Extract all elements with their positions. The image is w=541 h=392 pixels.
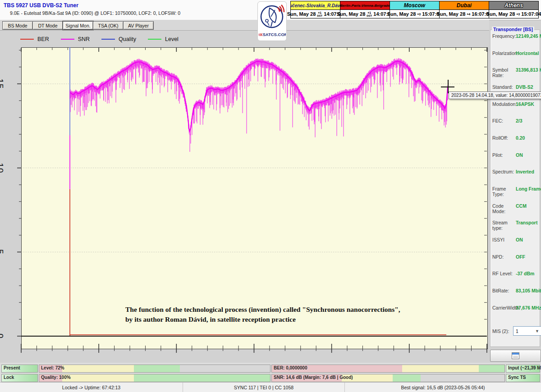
transponder-row-value: ON (516, 237, 523, 244)
transponder-row-value: 83,105 Mbit/s (516, 288, 541, 295)
snr-bar-label: SNR: 14,6 dB (Margin: 7,6 dB | Good) (274, 375, 353, 380)
transponder-row: Modulation:16APSK (492, 101, 538, 108)
show-window-button[interactable] (490, 350, 541, 362)
sync-bar-label: Sync TS (508, 375, 526, 380)
tab-signal-mon-[interactable]: Signal Mon. (63, 21, 93, 30)
app-title: TBS 5927 USB DVB-S2 Tuner (4, 2, 78, 9)
transponder-row-value: Transport (516, 220, 537, 227)
transponder-row: Code Mode:CCM (492, 203, 538, 210)
transponder-row-label: Pilot: (492, 152, 516, 159)
quality-legend-line (101, 39, 115, 40)
satellite-subtitle: 9.0E - Eutelsat 9B/Ka-Sat 9A (ID: 0090) … (10, 10, 180, 16)
clock: Berlin-Paris-Vienna-BelgradeSun, May 28+… (340, 1, 390, 19)
ber-bar: BER: 0,0000000 (271, 365, 505, 373)
annotation-line1: The function of the technological proces… (125, 305, 400, 315)
tab-dt-mode[interactable]: DT Mode (32, 21, 63, 30)
chart-annotation: The function of the technological proces… (125, 305, 400, 324)
snr-legend-line (61, 39, 74, 40)
world-clocks: Lučenec-Slovakia_R.DávidSun, May 28+1DST… (291, 1, 539, 19)
transponder-row: Symbol Rate:31396,813 KS/s (492, 67, 538, 74)
snr-legend-label: SNR (78, 36, 90, 42)
clock: AthensSun, May 28+315:07:04 (489, 1, 539, 19)
transponder-row: Frame Type:Long Frame (492, 186, 538, 193)
transponder-row-value: ON (516, 152, 523, 159)
ber-legend-line (20, 39, 34, 40)
transponder-row-label: BitRate: (492, 288, 516, 295)
mis-select[interactable]: 1 ▼ (513, 326, 541, 336)
transponder-row-label: Polarization: (492, 50, 516, 57)
transponder-row-label: Stream type: (492, 220, 516, 227)
transponder-row-label: Frame Type: (492, 186, 516, 193)
transponder-row: BitRate:83,105 Mbit/s (492, 288, 538, 295)
clock: MoscowSun, May 28+315:07:04 (390, 1, 440, 19)
clock-city-label: Lučenec-Slovakia_R.Dávid (290, 1, 340, 10)
clock-time: Sun, May 28+1DST14:07:04 (340, 10, 390, 18)
clock: DubaiSun, May 28+416:07:04 (439, 1, 489, 19)
level-legend-label: Level (165, 36, 179, 42)
y-axis-tick-label: 15 (0, 78, 5, 89)
transponder-row: NPD:OFF (492, 254, 538, 261)
transponder-row-label: Standard: (492, 84, 516, 91)
transponder-row-label: RF Level: (492, 271, 516, 278)
quality-bar-label: Quality: 100% (41, 375, 71, 380)
input-bar-label: Input (~21,39 Mbps) (508, 365, 541, 370)
clock: Lučenec-Slovakia_R.DávidSun, May 28+1DST… (290, 1, 340, 19)
transponder-row-label: Symbol Rate: (492, 67, 516, 74)
transponder-row: RF Level:-37 dBm (492, 271, 538, 278)
transponder-row-value: -37 dBm (516, 271, 534, 278)
transponder-row-label: CarrierWidth: (492, 305, 516, 312)
level-bar-label: Level: 72% (41, 365, 64, 370)
transponder-row: Standard:DVB-S2 (492, 84, 538, 91)
status-bar: Locked -> Uptime: 67:42:13 SYNC 117 | TE… (0, 382, 541, 392)
transponder-row-label: RollOff: (492, 135, 516, 142)
transponder-row-value: 37,676 MHz (516, 305, 541, 312)
y-axis-tick-label: 5 (0, 250, 5, 255)
svg-text:DXSATCS.COM: DXSATCS.COM (259, 32, 286, 37)
mis-label: MIS (2): (492, 328, 513, 334)
clock-time: Sun, May 28+416:07:04 (439, 10, 489, 18)
transponder-row-value: Inverted (516, 169, 534, 176)
value-tooltip: 2023-05-28 14.04.18, value: 14,800000190… (449, 91, 541, 99)
tab-av-player[interactable]: AV Player (123, 21, 154, 30)
transponder-row-value: Horizontal (516, 50, 539, 57)
transponder-row-value: Long Frame (516, 186, 541, 193)
dxsatcs-logo: DXSATCS.COM (257, 1, 287, 41)
transponder-row-value: 0.20 (516, 135, 525, 142)
transponder-row: Polarization:Horizontal (492, 50, 538, 57)
transponder-row: FEC:2/3 (492, 118, 538, 125)
transponder-row-value: 12149,245 MHz (516, 33, 541, 40)
transponder-row-label: Code Mode: (492, 203, 516, 210)
satellite-dish-icon: DXSATCS.COM (259, 2, 286, 40)
sync-bar: Sync TS (506, 374, 540, 382)
clock-time: Sun, May 28+1DST14:07:04 (290, 10, 340, 18)
transponder-row-label: ISSYI (492, 237, 516, 244)
lock-bar: Lock (1, 374, 38, 382)
signal-chart-plot-area[interactable] (21, 47, 488, 349)
snr-bar: SNR: 14,6 dB (Margin: 7,6 dB | Good) (271, 374, 505, 382)
statusbar-lock-uptime: Locked -> Uptime: 67:42:13 (0, 383, 183, 392)
statusbar-best-signal: Best signal: 16,5 dB (2023-05-26 05:44) (345, 383, 541, 392)
chart-legend: BERSNRQualityLevel (20, 36, 190, 43)
clock-time: Sun, May 28+315:07:04 (390, 10, 440, 18)
clock-city-label: Athens (489, 1, 539, 10)
transponder-row-label: Spectrum: (492, 169, 516, 176)
transponder-row-label: FEC: (492, 118, 516, 125)
transponder-title: Transponder [BS] (492, 27, 534, 32)
transponder-row-value: 16APSK (516, 101, 534, 108)
present-bar-label: Present (4, 365, 20, 370)
tab-bs-mode[interactable]: BS Mode (2, 21, 33, 30)
tuner-app-window: TBS 5927 USB DVB-S2 Tuner 9.0E - Eutelsa… (0, 0, 541, 392)
ber-bar-label: BER: 0,0000000 (274, 365, 307, 370)
lock-bar-label: Lock (4, 375, 14, 380)
quality-bar: Quality: 100% (39, 374, 270, 382)
chevron-down-icon: ▼ (535, 329, 539, 333)
transponder-row-value: OFF (516, 254, 525, 261)
quality-legend-label: Quality (119, 36, 136, 42)
transponder-row-value: 2/3 (516, 118, 523, 125)
tab-tsa-ok-[interactable]: TSA (OK) (93, 21, 124, 30)
annotation-line2: by its author Roman Dávid, in satellite … (125, 315, 400, 324)
transponder-row-label: Frequency: (492, 33, 516, 40)
transponder-row-value: CCM (516, 203, 527, 210)
window-list-icon (512, 352, 519, 359)
level-legend-line (148, 39, 161, 40)
